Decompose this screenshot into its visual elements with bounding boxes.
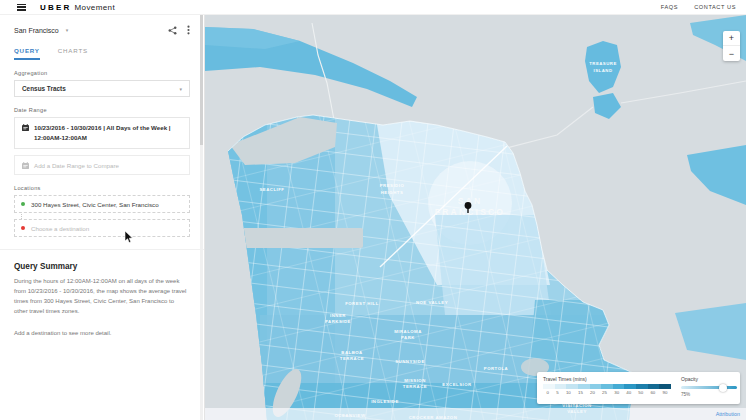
- legend-color-segment: [648, 384, 660, 389]
- legend-color-segment: [601, 384, 613, 389]
- top-header: UBERMovement FAQS CONTACT US: [0, 0, 746, 15]
- map-label-forest-hill: FOREST HILL: [345, 301, 379, 306]
- aggregation-value: Census Tracts: [22, 85, 66, 92]
- aggregation-label: Aggregation: [14, 70, 190, 76]
- aggregation-select[interactable]: Census Tracts ▾: [14, 80, 190, 97]
- chevron-down-icon: ▾: [66, 27, 69, 33]
- legend-tick-label: 40: [623, 390, 635, 395]
- contact-us-link[interactable]: CONTACT US: [694, 4, 736, 10]
- map-label-mission-terrace: MISSION: [404, 378, 426, 383]
- map-label-excelsior: EXCELSIOR: [442, 382, 472, 387]
- brand-movement: Movement: [74, 3, 115, 12]
- destination-dot-icon: [21, 226, 25, 230]
- legend-tick-label: 90: [659, 390, 671, 395]
- date-range-label: Date Range: [14, 107, 190, 113]
- kebab-menu-icon[interactable]: [187, 25, 190, 35]
- tab-query[interactable]: QUERY: [14, 47, 40, 60]
- locations-label: Locations: [14, 185, 190, 191]
- query-summary-title: Query Summary: [14, 262, 190, 271]
- map-label-ingleside: INGLESIDE: [371, 399, 399, 404]
- map-container[interactable]: SEACLIFF PRESIDIO HEIGHTS TREASURE ISLAN…: [205, 15, 746, 420]
- legend-color-segment: [543, 384, 555, 389]
- map-label-treasure-island: ISLAND: [594, 68, 613, 73]
- legend-color-segment: [566, 384, 578, 389]
- map-label-seacliff: SEACLIFF: [259, 187, 284, 192]
- zoom-in-button[interactable]: +: [723, 31, 740, 46]
- hamburger-menu-icon[interactable]: [17, 4, 26, 11]
- chevron-down-icon: ▾: [179, 86, 182, 92]
- sidebar-scrollbar[interactable]: [200, 15, 203, 420]
- tab-charts[interactable]: CHARTS: [58, 47, 88, 60]
- opacity-slider-knob[interactable]: [719, 384, 727, 392]
- legend-tick-label: 50: [635, 390, 647, 395]
- legend-color-segment: [613, 384, 625, 389]
- brand-uber: UBER: [40, 3, 71, 12]
- map-label-miraloma-park: MIRALOMA: [394, 329, 422, 334]
- legend-color-segment: [659, 384, 671, 389]
- legend-tick-label: 30: [611, 390, 623, 395]
- legend-color-segment: [590, 384, 602, 389]
- map-label-noe-valley: NOE VALLEY: [416, 300, 448, 305]
- origin-dot-icon: [21, 202, 25, 206]
- legend-tick-label: 25: [599, 390, 611, 395]
- calendar-icon: [22, 124, 29, 131]
- add-date-range-compare[interactable]: Add a Date Range to Compare: [14, 155, 190, 175]
- map-legend: Travel Times (mins) 05101520253040506090…: [537, 372, 740, 404]
- date-range-value: 10/23/2016 - 10/30/2016 | All Days of th…: [34, 123, 182, 143]
- map-canvas[interactable]: SEACLIFF PRESIDIO HEIGHTS TREASURE ISLAN…: [205, 15, 746, 420]
- uber-movement-app: UBERMovement FAQS CONTACT US San Francis…: [0, 0, 746, 420]
- map-label-presidio-heights: PRESIDIO: [380, 183, 405, 188]
- legend-title: Travel Times (mins): [543, 376, 671, 382]
- zoom-out-button[interactable]: −: [723, 46, 740, 61]
- share-icon[interactable]: [168, 26, 177, 35]
- map-label-inner-parkside: PARKSIDE: [325, 319, 351, 324]
- map-label-miraloma-park: PARK: [401, 335, 415, 340]
- legend-color-segment: [636, 384, 648, 389]
- sidebar-tabs: QUERY CHARTS: [0, 39, 204, 60]
- legend-tick-label: 60: [647, 390, 659, 395]
- origin-value: 300 Hayes Street, Civic Center, San Fran…: [31, 201, 159, 208]
- map-label-treasure-island: TREASURE: [589, 61, 617, 66]
- divider: [0, 249, 204, 250]
- destination-field[interactable]: Choose a destination: [14, 219, 190, 237]
- legend-color-segment: [578, 384, 590, 389]
- legend-tick-label: 10: [562, 390, 574, 395]
- opacity-value: 75%: [681, 392, 737, 397]
- query-sidebar: San Francisco ▾ QUERY CHARTS Aggregation…: [0, 15, 205, 420]
- calendar-icon: [22, 162, 29, 169]
- map-label-sunnyside: SUNNYSIDE: [395, 359, 425, 364]
- origin-field[interactable]: 300 Hayes Street, Civic Center, San Fran…: [14, 195, 190, 213]
- map-label-san-francisco: FRANCISCO: [435, 207, 505, 217]
- map-attribution-bar: Attribution: [205, 408, 746, 420]
- legend-color-segment: [624, 384, 636, 389]
- legend-tick-label: 5: [553, 390, 563, 395]
- map-label-balboa-terrace: BALBOA: [341, 350, 362, 355]
- destination-placeholder: Choose a destination: [31, 225, 89, 232]
- attribution-link[interactable]: Attribution: [716, 411, 740, 417]
- map-label-balboa-terrace: TERRACE: [340, 356, 364, 361]
- map-label-portola: PORTOLA: [484, 366, 508, 371]
- legend-tick-label: 15: [574, 390, 586, 395]
- faqs-link[interactable]: FAQS: [661, 4, 678, 10]
- legend-color-bar: [543, 384, 671, 389]
- opacity-slider[interactable]: [681, 386, 737, 389]
- opacity-label: Opacity: [681, 376, 737, 382]
- brand-logo: UBERMovement: [40, 3, 115, 12]
- legend-tick-label: 20: [586, 390, 598, 395]
- map-label-mission-terrace: TERRACE: [403, 384, 427, 389]
- query-summary-body: During the hours of 12:00AM-12:00AM on a…: [14, 277, 188, 316]
- compare-label: Add a Date Range to Compare: [34, 162, 119, 169]
- legend-tick-label: 0: [543, 390, 553, 395]
- city-selector[interactable]: San Francisco: [14, 27, 59, 34]
- map-label-presidio-heights: HEIGHTS: [381, 190, 404, 195]
- legend-color-segment: [555, 384, 567, 389]
- map-zoom-control: + −: [723, 31, 740, 61]
- legend-ticks: 05101520253040506090: [543, 390, 671, 395]
- query-summary-hint: Add a destination to see more detail.: [14, 330, 190, 336]
- date-range-field[interactable]: 10/23/2016 - 10/30/2016 | All Days of th…: [14, 117, 190, 149]
- mouse-cursor-icon: [124, 231, 133, 244]
- scrollbar-thumb[interactable]: [200, 15, 203, 145]
- map-label-inner-parkside: INNER: [330, 313, 346, 318]
